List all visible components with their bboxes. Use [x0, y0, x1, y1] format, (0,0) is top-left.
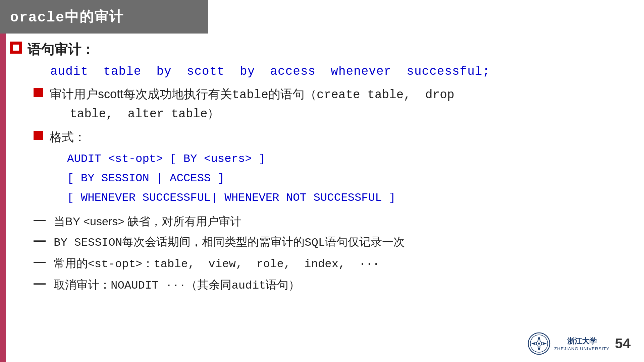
bullet-text-1: 审计用户scott每次成功地执行有关table的语句（create table,… — [50, 85, 454, 123]
dash-symbol-3: — — [34, 255, 47, 269]
dash-text-3: 常用的<st-opt>：table, view, role, index, ··… — [54, 255, 379, 273]
bullet-square-1 — [34, 88, 43, 97]
format-line-3: [ WHENEVER SUCCESSFUL| WHENEVER NOT SUCC… — [67, 188, 634, 208]
format-line-2: [ BY SESSION | ACCESS ] — [67, 169, 634, 188]
page-number: 54 — [615, 336, 631, 352]
dash-text-4: 取消审计：NOAUDIT ···（其余同audit语句） — [54, 276, 300, 294]
dash-symbol-2: — — [34, 233, 47, 247]
dash-text-1: 当BY <users> 缺省，对所有用户审计 — [54, 213, 242, 230]
logo-text-block: 浙江大学 ZHEJIANG UNIVERSITY — [554, 336, 609, 351]
svg-point-7 — [538, 343, 540, 345]
svg-marker-5 — [542, 342, 547, 345]
svg-marker-4 — [531, 342, 536, 345]
footer: 浙江大学 ZHEJIANG UNIVERSITY 54 — [527, 332, 631, 355]
svg-marker-2 — [537, 336, 541, 341]
code-example-line: audit table by scott by access whenever … — [50, 65, 634, 78]
section-title-row: 语句审计： — [10, 40, 634, 59]
slide-title: oracle中的审计 — [10, 7, 124, 26]
bullet-item-1: 审计用户scott每次成功地执行有关table的语句（create table,… — [34, 85, 634, 123]
format-line-1: AUDIT <st-opt> [ BY <users> ] — [67, 149, 634, 169]
svg-marker-3 — [537, 347, 541, 351]
slide-content: 语句审计： audit table by scott by access whe… — [10, 37, 634, 342]
bullet-square-2 — [34, 131, 43, 140]
bullet-item-2: 格式： — [34, 128, 634, 146]
left-accent-bar — [0, 0, 6, 362]
dash-item-1: — 当BY <users> 缺省，对所有用户审计 — [34, 213, 634, 230]
checkbox-inner — [13, 45, 19, 51]
dash-item-4: — 取消审计：NOAUDIT ···（其余同audit语句） — [34, 276, 634, 294]
dash-item-3: — 常用的<st-opt>：table, view, role, index, … — [34, 255, 634, 273]
format-block: AUDIT <st-opt> [ BY <users> ] [ BY SESSI… — [67, 149, 634, 207]
university-logo: 浙江大学 ZHEJIANG UNIVERSITY — [527, 332, 609, 355]
dash-item-2: — BY SESSION每次会话期间，相同类型的需审计的SQL语句仅记录一次 — [34, 233, 634, 251]
logo-chinese: 浙江大学 — [567, 336, 597, 346]
logo-english: ZHEJIANG UNIVERSITY — [554, 346, 609, 351]
checkbox-icon — [10, 42, 22, 54]
dash-symbol-4: — — [34, 276, 47, 290]
dash-symbol-1: — — [34, 213, 47, 227]
section1-title: 语句审计： — [28, 40, 95, 59]
zju-logo-svg — [527, 332, 551, 355]
code-example-text: audit table by scott by access whenever … — [50, 65, 490, 78]
dash-text-2: BY SESSION每次会话期间，相同类型的需审计的SQL语句仅记录一次 — [54, 233, 405, 251]
slide-header: oracle中的审计 — [0, 0, 208, 34]
bullet-label-format: 格式： — [50, 128, 86, 146]
